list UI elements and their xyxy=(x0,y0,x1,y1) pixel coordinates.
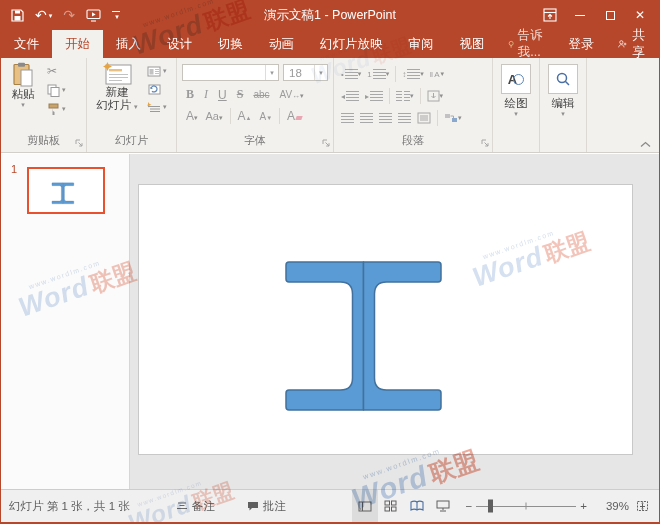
editing-button[interactable]: 编辑 ▾ xyxy=(548,64,578,118)
title-bar: ↶▾ ↷ ▾ 演示文稿1 - PowerPoint ✕ xyxy=(1,0,659,30)
font-name-dropdown-icon[interactable]: ▾ xyxy=(265,65,278,80)
copy-button[interactable]: ▾ xyxy=(47,83,66,97)
sign-in-button[interactable]: 登录 xyxy=(555,30,606,58)
slide-sorter-view-button[interactable] xyxy=(378,490,404,522)
strikethrough-button[interactable]: abc xyxy=(249,89,273,100)
zoom-slider[interactable] xyxy=(476,490,576,522)
group-label-slides: 幻灯片 xyxy=(87,133,176,148)
comment-icon xyxy=(247,501,259,512)
zoom-slider-thumb[interactable] xyxy=(488,500,493,513)
quick-access-toolbar: ↶▾ ↷ ▾ xyxy=(11,0,120,30)
clear-formatting-button[interactable]: A xyxy=(283,109,306,123)
paste-button[interactable]: 粘贴 ▾ xyxy=(5,62,41,109)
save-icon[interactable] xyxy=(11,9,24,22)
tab-file[interactable]: 文件 xyxy=(1,30,52,58)
increase-indent-button[interactable]: ▸ xyxy=(365,91,383,102)
fit-to-window-icon xyxy=(636,500,649,512)
convert-smartart-button[interactable]: ▾ xyxy=(444,112,462,124)
shadow-button[interactable]: S xyxy=(233,87,248,102)
normal-view-button[interactable] xyxy=(352,490,378,522)
group-paragraph: •▾ 1▾ ↕▾ ‖A▾ ◂ ▸ ▾ ▾ xyxy=(334,58,493,152)
italic-button[interactable]: I xyxy=(200,87,212,102)
slideshow-view-button[interactable] xyxy=(430,490,456,522)
font-color-button[interactable]: A▾ xyxy=(182,109,202,123)
columns-button[interactable]: ▾ xyxy=(396,91,414,102)
drawing-button[interactable]: A 绘图 ▾ xyxy=(501,64,531,118)
tab-animations[interactable]: 动画 xyxy=(256,30,307,58)
tab-transitions[interactable]: 切换 xyxy=(205,30,256,58)
font-size-combo[interactable]: 18 ▾ xyxy=(283,64,328,81)
line-spacing-button[interactable]: ↕▾ xyxy=(402,69,424,80)
slide-thumbnail-1[interactable] xyxy=(27,167,105,214)
comments-button[interactable]: 批注 xyxy=(238,490,295,522)
customize-qat-button[interactable]: ▾ xyxy=(112,11,120,20)
distribute-button[interactable] xyxy=(417,112,431,124)
close-button[interactable]: ✕ xyxy=(625,0,655,30)
lightbulb-icon xyxy=(508,38,514,51)
group-editing: 编辑 ▾ xyxy=(540,58,587,152)
text-direction-button[interactable]: ‖A▾ xyxy=(430,70,444,79)
tab-design[interactable]: 设计 xyxy=(154,30,205,58)
new-slide-button[interactable]: 新建 幻灯片 ▾ xyxy=(93,62,141,113)
group-label-clipboard: 剪贴板 xyxy=(1,133,86,148)
character-spacing-button[interactable]: AV↔▾ xyxy=(276,89,308,100)
search-icon xyxy=(548,64,578,94)
reset-button[interactable] xyxy=(147,83,167,95)
decrease-indent-button[interactable]: ◂ xyxy=(341,91,359,102)
align-right-button[interactable] xyxy=(379,113,392,124)
zoom-level[interactable]: 39% xyxy=(591,500,629,512)
align-text-button[interactable]: ▾ xyxy=(427,90,444,102)
zoom-in-button[interactable]: + xyxy=(576,490,591,522)
share-button[interactable]: 共享 xyxy=(606,30,660,58)
tab-view[interactable]: 视图 xyxy=(447,30,498,58)
bullets-button[interactable]: •▾ xyxy=(341,69,361,80)
align-left-button[interactable] xyxy=(341,113,354,124)
ribbon: 粘贴 ▾ ✂ ▾ ▾ 剪贴板 xyxy=(1,58,659,153)
maximize-button[interactable] xyxy=(595,0,625,30)
copy-icon xyxy=(47,84,60,97)
tab-home[interactable]: 开始 xyxy=(52,30,103,58)
format-painter-button[interactable]: ▾ xyxy=(47,102,66,116)
align-text-icon xyxy=(427,90,440,102)
minimize-button[interactable] xyxy=(565,0,595,30)
zoom-out-button[interactable]: − xyxy=(462,490,477,522)
tell-me-box[interactable]: 告诉我... xyxy=(498,30,556,58)
font-name-combo[interactable]: ▾ xyxy=(182,64,279,81)
fit-to-window-button[interactable] xyxy=(629,490,655,522)
paragraph-dialog-launcher[interactable] xyxy=(481,139,489,147)
tab-slideshow[interactable]: 幻灯片放映 xyxy=(307,30,396,58)
underline-button[interactable]: U xyxy=(214,88,231,102)
change-case-button[interactable]: Aa▾ xyxy=(202,110,227,122)
undo-button[interactable]: ↶▾ xyxy=(35,8,52,22)
cut-button[interactable]: ✂ xyxy=(47,64,66,78)
ribbon-display-options-icon[interactable] xyxy=(535,0,565,30)
tab-insert[interactable]: 插入 xyxy=(103,30,154,58)
redo-button[interactable]: ↷ xyxy=(63,8,75,22)
normal-view-icon xyxy=(358,501,372,512)
increase-font-size-button[interactable]: A▲ xyxy=(234,109,256,123)
numbering-button[interactable]: 1▾ xyxy=(367,69,389,80)
justify-button[interactable] xyxy=(398,113,411,124)
group-label-font: 字体 xyxy=(177,133,333,148)
align-center-button[interactable] xyxy=(360,113,373,124)
layout-button[interactable]: ▾ xyxy=(147,64,167,78)
group-drawing: A 绘图 ▾ xyxy=(493,58,540,152)
bold-button[interactable]: B xyxy=(182,87,198,102)
collapse-ribbon-icon[interactable] xyxy=(640,141,651,148)
drawing-icon: A xyxy=(501,64,531,94)
start-slideshow-icon[interactable] xyxy=(86,9,101,22)
section-icon xyxy=(147,101,161,113)
tab-review[interactable]: 审阅 xyxy=(396,30,447,58)
section-button[interactable]: ▾ xyxy=(147,100,167,114)
notes-button[interactable]: 备注 xyxy=(167,490,224,522)
reading-view-icon xyxy=(410,500,424,512)
font-dialog-launcher[interactable] xyxy=(322,139,330,147)
thumbnail-shape xyxy=(31,171,101,211)
slide-canvas[interactable] xyxy=(138,184,633,455)
font-size-dropdown-icon[interactable]: ▾ xyxy=(314,65,327,80)
slide-thumbnail-panel: 1 xyxy=(2,154,130,491)
layout-icon xyxy=(147,66,161,77)
decrease-font-size-button[interactable]: A▼ xyxy=(255,111,276,122)
reading-view-button[interactable] xyxy=(404,490,430,522)
clipboard-dialog-launcher[interactable] xyxy=(75,139,83,147)
